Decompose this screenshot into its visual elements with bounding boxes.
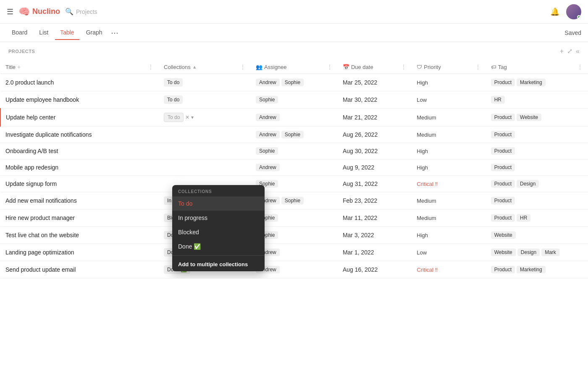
collection-badge[interactable]: To do	[164, 113, 184, 122]
col-header-assignee: 👥 Assignee ⋮	[251, 60, 338, 74]
assignee-chip[interactable]: Andrew	[256, 79, 280, 86]
tag-badge[interactable]: Website	[517, 114, 541, 121]
assignee-chip[interactable]: Sophie	[256, 96, 278, 103]
critical-icon: ‼	[435, 267, 438, 273]
row-title[interactable]: Update employee handbook	[5, 96, 79, 103]
assignee-chips: AndrewSophie	[256, 197, 333, 204]
table-row: Hire new product manager BlockedSophieMa…	[0, 209, 588, 227]
clear-collection-button[interactable]: ✕	[185, 114, 189, 120]
table-row: Test live chat on the website Done ✅Soph…	[0, 227, 588, 244]
dropdown-item-todo[interactable]: To do	[172, 196, 265, 211]
collapse-icon[interactable]: «	[576, 48, 580, 55]
assignee-chip[interactable]: Sophie	[281, 79, 304, 86]
expand-collection-button[interactable]: ▾	[191, 114, 194, 120]
tag-badge[interactable]: Product	[491, 214, 515, 222]
row-title[interactable]: Send product update email	[5, 266, 76, 273]
tags: Website	[491, 231, 583, 239]
row-title[interactable]: 2.0 product launch	[5, 79, 54, 86]
priority-value: High	[417, 79, 428, 86]
tag-badge[interactable]: Design	[517, 180, 539, 188]
tab-table[interactable]: Table	[55, 26, 79, 40]
tag-badge[interactable]: Mark	[541, 249, 559, 256]
table-row: Update signup form SophieAug 31, 2022Cri…	[0, 176, 588, 192]
collection-badge[interactable]: To do	[164, 95, 183, 104]
tab-list[interactable]: List	[34, 26, 53, 40]
tag-badge[interactable]: Design	[517, 249, 540, 256]
tag-badge[interactable]: Product	[491, 147, 515, 155]
add-section-button[interactable]: +	[560, 48, 564, 55]
tag-menu-icon[interactable]: ⋮	[577, 64, 583, 70]
app-header: ☰ 🧠 Nuclino 🔍 Projects 🔔	[0, 0, 588, 24]
row-title[interactable]: Investigate duplicate notifications	[5, 131, 92, 138]
duedate-menu-icon[interactable]: ⋮	[401, 64, 407, 70]
row-title[interactable]: Update help center	[6, 114, 55, 121]
avatar[interactable]	[566, 4, 581, 19]
header-right: 🔔	[550, 4, 581, 19]
tag-badge[interactable]: Product	[491, 266, 515, 273]
tag-icon: 🏷	[491, 64, 496, 70]
row-title[interactable]: Onboarding A/B test	[5, 148, 58, 154]
assignee-chips: Sophie	[256, 231, 333, 239]
assignee-chip[interactable]: Sophie	[256, 147, 278, 155]
table-row: Onboarding A/B test SophieAug 30, 2022Hi…	[0, 143, 588, 159]
tab-graph[interactable]: Graph	[81, 26, 108, 40]
col-header-tag: 🏷 Tag ⋮	[486, 60, 588, 74]
collections-menu-icon[interactable]: ⋮	[240, 64, 246, 70]
tag-badge[interactable]: Marketing	[517, 79, 546, 86]
add-title-icon[interactable]: +	[17, 64, 21, 70]
assignee-chips: Andrew	[256, 249, 333, 256]
bell-icon[interactable]: 🔔	[550, 7, 559, 16]
tag-badge[interactable]: HR	[491, 96, 505, 103]
priority-value: Medium	[417, 215, 436, 221]
expand-icon[interactable]: ⤢	[567, 47, 572, 55]
tags: ProductHR	[491, 214, 583, 222]
due-date: Mar 25, 2022	[343, 79, 378, 86]
assignee-chips: Andrew	[256, 114, 333, 121]
menu-icon[interactable]: ☰	[7, 7, 13, 16]
assignee-menu-icon[interactable]: ⋮	[327, 64, 333, 70]
tag-badge[interactable]: Product	[491, 79, 515, 86]
sort-icon[interactable]: ▲	[192, 64, 197, 69]
due-date: Aug 9, 2022	[343, 164, 375, 171]
row-title[interactable]: Add new email notifications	[5, 197, 77, 204]
tag-badge[interactable]: HR	[517, 214, 530, 222]
title-label: Title	[5, 64, 16, 70]
search-area[interactable]: 🔍 Projects	[65, 8, 97, 16]
tag-badge[interactable]: Product	[491, 131, 515, 138]
priority-value: Medium	[417, 198, 436, 204]
dropdown-item-inprogress[interactable]: In progress	[172, 211, 265, 225]
assignee-chip[interactable]: Andrew	[256, 164, 280, 171]
dropdown-item-done[interactable]: Done ✅	[172, 239, 265, 254]
row-title[interactable]: Hire new product manager	[5, 214, 75, 221]
priority-menu-icon[interactable]: ⋮	[475, 64, 481, 70]
assignee-chip[interactable]: Andrew	[256, 131, 280, 138]
collection-edit: To do ✕ ▾	[164, 113, 246, 122]
tag-badge[interactable]: Website	[491, 231, 516, 239]
priority-value: High	[417, 148, 428, 154]
assignee-chip[interactable]: Sophie	[281, 197, 304, 204]
tag-badge[interactable]: Website	[491, 249, 516, 256]
tag-badge[interactable]: Product	[491, 114, 515, 121]
priority-value: Low	[417, 249, 427, 256]
nav-more-icon[interactable]: ⋯	[111, 28, 118, 37]
tag-badge[interactable]: Marketing	[517, 266, 546, 273]
assignee-chips: AndrewSophie	[256, 79, 333, 86]
dropdown-add-multiple[interactable]: Add to multiple collections	[172, 257, 265, 271]
title-cell: Landing page optimization	[5, 249, 154, 256]
row-title[interactable]: Mobile app redesign	[5, 164, 58, 171]
row-title[interactable]: Landing page optimization	[5, 249, 74, 256]
title-cell: Update employee handbook	[5, 96, 154, 103]
title-cell: 2.0 product launch	[5, 79, 154, 86]
assignee-chip[interactable]: Andrew	[256, 114, 280, 121]
assignee-chip[interactable]: Sophie	[281, 131, 304, 138]
tab-board[interactable]: Board	[7, 26, 32, 40]
dropdown-item-blocked[interactable]: Blocked	[172, 225, 265, 239]
tag-badge[interactable]: Product	[491, 180, 515, 188]
title-cell: Update signup form	[5, 180, 154, 187]
row-title[interactable]: Update signup form	[5, 180, 57, 187]
tag-badge[interactable]: Product	[491, 164, 515, 171]
title-menu-icon[interactable]: ⋮	[148, 64, 154, 70]
row-title[interactable]: Test live chat on the website	[5, 232, 79, 238]
collection-badge[interactable]: To do	[164, 78, 183, 87]
tag-badge[interactable]: Product	[491, 197, 515, 204]
